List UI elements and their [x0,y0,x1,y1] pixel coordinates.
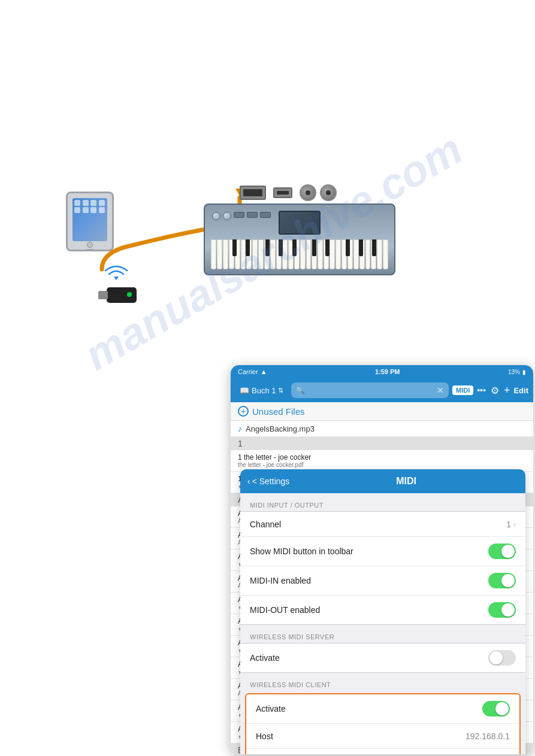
status-bar: Carrier ▲ 1:59 PM 13% ▮ [231,365,533,378]
wifi-icon [103,263,129,287]
app-toolbar: 📖 Buch 1 ⇅ 🔍 ✕ MIDI ••• ⚙ + Edit [231,378,533,402]
host-label: Host [256,731,273,741]
song-list-area[interactable]: + Unused Files ♪ AngelsBacking.mp3 1 1 t… [231,402,533,754]
item-subtitle: the letter - joe cocker.pdf [238,462,526,468]
toolbar-icons: ••• ⚙ + [477,384,510,397]
section-divider-1: 1 [231,437,533,450]
dots-icon[interactable]: ••• [477,385,486,395]
midi-badge[interactable]: MIDI [452,385,473,395]
back-chevron-icon: ‹ [247,476,250,486]
device-panel: Carrier ▲ 1:59 PM 13% ▮ 📖 Buch 1 ⇅ 🔍 ✕ M… [231,365,533,754]
back-button[interactable]: ‹ < Settings [247,476,289,486]
channel-value: 1 › [506,520,516,529]
book-label: Buch 1 [252,386,276,395]
keyboard-illustration [204,204,395,275]
search-clear-icon[interactable]: ✕ [437,385,444,395]
list-item[interactable]: ♪ AngelsBacking.mp3 [231,421,533,437]
diagram-area [24,24,455,359]
music-note-icon: ♪ [238,424,242,433]
settings-nav-bar: ‹ < Settings MIDI [240,469,525,493]
host-value: 192.168.0.1 [466,731,510,741]
book-nav-btn[interactable]: 📖 Buch 1 ⇅ [235,384,288,397]
client-activate-toggle[interactable] [482,701,510,716]
server-activate-toggle[interactable] [488,650,516,666]
battery-label: 13% [508,369,520,375]
host-row[interactable]: Host 192.168.0.1 [246,724,519,749]
gear-icon[interactable]: ⚙ [491,385,499,396]
time-label: 1:59 PM [375,368,400,375]
settings-content[interactable]: MIDI INPUT / OUTPUT Channel 1 › Show MID… [240,493,525,754]
search-icon: 🔍 [296,386,305,394]
carrier-label: Carrier [238,368,258,375]
midi-in-row[interactable]: MIDI-IN enabled [240,566,525,596]
channel-row[interactable]: Channel 1 › [240,512,525,537]
back-label: < Settings [252,476,290,486]
search-bar[interactable]: 🔍 ✕ [291,382,448,398]
battery-icon: ▮ [522,369,526,375]
midi-io-group: Channel 1 › Show MIDI button in toolbar … [240,511,525,625]
ipad-illustration [66,192,114,251]
unused-files-header[interactable]: + Unused Files [231,402,533,421]
section-header-wireless-server: WIRELESS MIDI SERVER [240,625,525,643]
wireless-server-group: Activate [240,643,525,673]
midi-out-toggle[interactable] [488,602,516,618]
edit-button[interactable]: Edit [513,386,528,395]
list-item[interactable]: 1 the letter - joe cocker the letter - j… [231,450,533,472]
midi-in-label: MIDI-IN enabled [250,576,311,585]
show-midi-label: Show MIDI button in toolbar [250,546,353,556]
song-name: AngelsBacking.mp3 [246,424,315,433]
usb-ports-area [240,184,337,201]
server-activate-row[interactable]: Activate [240,643,525,672]
show-midi-toggle[interactable] [488,544,516,559]
usb-dongle [107,287,137,303]
wifi-status-icon: ▲ [261,368,267,375]
book-icon: 📖 [240,386,249,395]
wireless-client-group-highlighted: Activate Host 192.168.0.1 Port 5004 [245,693,521,754]
section-header-midi-io: MIDI INPUT / OUTPUT [240,493,525,511]
add-unused-icon[interactable]: + [238,406,249,417]
client-activate-row[interactable]: Activate [246,694,519,724]
settings-overlay: ‹ < Settings MIDI MIDI INPUT / OUTPUT Ch… [240,469,525,754]
section-header-wireless-client: WIRELESS MIDI CLIENT [240,673,525,691]
midi-out-label: MIDI-OUT enabled [250,605,320,615]
sort-icon: ⇅ [278,387,283,394]
midi-in-toggle[interactable] [488,573,516,588]
channel-label: Channel [250,520,281,529]
plus-icon[interactable]: + [504,384,510,397]
settings-panel-title: MIDI [294,476,518,487]
port-row[interactable]: Port 5004 [246,749,519,754]
midi-out-row[interactable]: MIDI-OUT enabled [240,596,525,624]
server-activate-label: Activate [250,653,280,663]
client-activate-label: Activate [256,704,286,714]
search-input[interactable] [307,386,434,394]
unused-files-title: Unused Files [252,406,305,417]
item-title: 1 the letter - joe cocker [238,453,526,462]
show-midi-btn-row[interactable]: Show MIDI button in toolbar [240,537,525,566]
